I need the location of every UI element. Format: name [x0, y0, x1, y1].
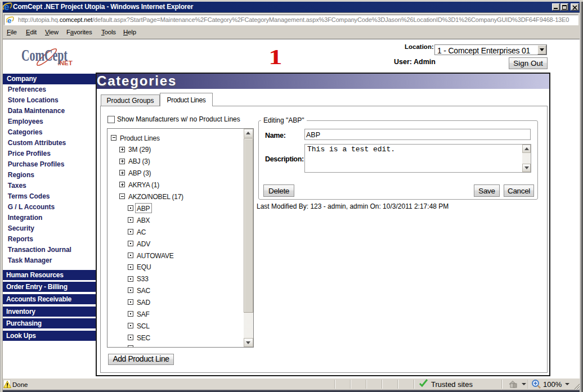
- svg-text:.NET: .NET: [58, 60, 73, 66]
- svg-text:1: 1: [268, 50, 282, 67]
